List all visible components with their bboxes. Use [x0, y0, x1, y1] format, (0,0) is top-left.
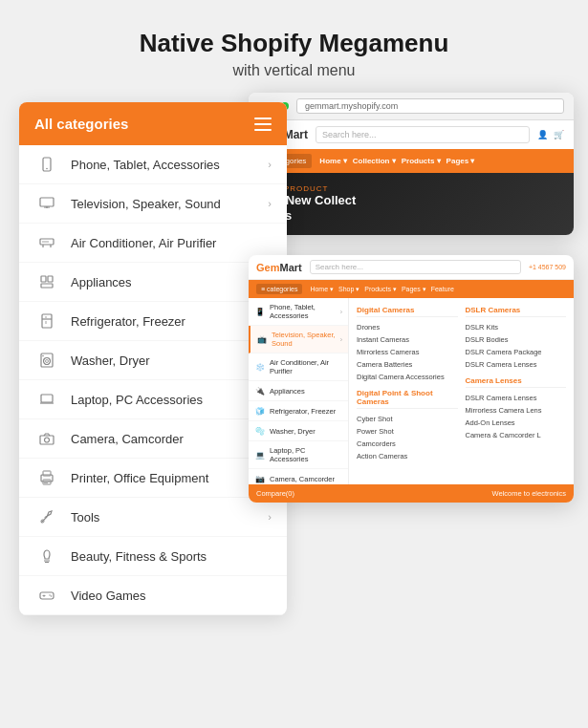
menu-item[interactable]: Printer, Office Equipment [19, 459, 287, 498]
dropdown-sidebar-item-ac[interactable]: ❄️ Air Conditioner, Air Purifier [249, 353, 348, 381]
col3-item-0[interactable]: DSLR Kits [466, 321, 567, 333]
page-title: Native Shopify Megamenu [140, 29, 449, 58]
svg-rect-12 [42, 314, 52, 328]
dropdown-col-2: DSLR Cameras DSLR Kits DSLR Bodies DSLR … [466, 306, 567, 477]
shop-nav: ≡ Categories Home ▾ Collection ▾ Product… [249, 149, 574, 173]
nav-collection[interactable]: Collection ▾ [353, 157, 396, 165]
dropdown-fridge-icon: 🧊 [254, 406, 266, 416]
ac-icon [34, 233, 59, 252]
menu-item[interactable]: Laptop, PC Accessories [19, 380, 287, 419]
col4-item-2[interactable]: Add-On Lenses [466, 417, 567, 429]
shop-icons: 👤 🛒 [537, 130, 564, 139]
menu-label-printer: Printer, Office Equipment [71, 471, 272, 485]
col4-item-0[interactable]: DSLR Camera Lenses [466, 392, 567, 404]
dropdown-sidebar-item-washer[interactable]: 🫧 Washer, Dryer [249, 421, 348, 441]
dropdown-sidebar-label-fridge: Refrigerator, Freezer [270, 407, 336, 416]
menu-label-camera: Camera, Camcorder [71, 432, 272, 446]
col1-item-2[interactable]: Mirrorless Cameras [357, 346, 458, 358]
col1-item-3[interactable]: Camera Batteries [357, 358, 458, 371]
col3-item-2[interactable]: DSLR Camera Package [466, 346, 567, 358]
col1-header: Digital Cameras [357, 306, 458, 317]
dropdown-nav-links: Home ▾ Shop ▾ Products ▾ Pages ▾ Feature [310, 286, 453, 293]
dropdown-sidebar-label-phone: Phone, Tablet, Accessories [270, 303, 337, 320]
dropdown-nav-pages[interactable]: Pages ▾ [402, 286, 426, 293]
dropdown-sidebar-label-camera: Camera, Camcorder [270, 475, 335, 483]
col2-item-3[interactable]: Action Cameras [357, 450, 458, 462]
col4-item-1[interactable]: Mirrorless Camera Lens [466, 404, 567, 417]
svg-point-19 [42, 355, 44, 357]
dropdown-sidebar-item-tv[interactable]: 📺 Television, Speaker, Sound › [249, 326, 348, 353]
dropdown-sidebar-label-ac: Air Conditioner, Air Purifier [270, 358, 342, 375]
svg-point-22 [45, 438, 50, 442]
svg-rect-11 [41, 284, 53, 288]
dropdown-phone-icon: 📱 [254, 307, 266, 316]
col4-header: Camera Lenses [466, 376, 567, 388]
dropdown-nav-feature[interactable]: Feature [431, 286, 454, 293]
col3-item-3[interactable]: DSLR Camera Lenses [466, 358, 567, 371]
col1-item-1[interactable]: Instant Cameras [357, 333, 458, 346]
svg-point-17 [44, 358, 51, 365]
col3-item-1[interactable]: DSLR Bodies [466, 333, 567, 346]
dropdown-browser-window: GemMart Search here... +1 4567 509 ≡ cat… [249, 255, 574, 503]
dropdown-bottom-bar: Compare(0) Welcome to electronics [249, 484, 574, 503]
user-icon: 👤 [537, 130, 548, 139]
laptop-icon [34, 390, 59, 409]
menu-item[interactable]: Television, Speaker, Sound › [19, 184, 287, 224]
menu-item[interactable]: Washer, Dryer [19, 341, 287, 380]
dropdown-ac-icon: ❄️ [254, 362, 266, 372]
col2-item-2[interactable]: Camcorders [357, 438, 458, 450]
printer-icon [34, 468, 59, 487]
svg-rect-10 [48, 276, 53, 282]
dropdown-main-content: Digital Cameras Drones Instant Cameras M… [349, 298, 574, 484]
dropdown-nav-products[interactable]: Products ▾ [364, 286, 397, 293]
svg-rect-20 [41, 395, 53, 402]
menu-item[interactable]: Phone, Tablet, Accessories › [19, 145, 287, 184]
dropdown-sidebar-item-camera[interactable]: 📷 Camera, Camcorder [249, 469, 348, 484]
nav-pages[interactable]: Pages ▾ [446, 157, 475, 165]
url-bar: gemmart.myshopify.com [296, 98, 564, 114]
dropdown-sidebar-arrow-phone: › [340, 309, 342, 315]
washer-icon [34, 351, 59, 370]
menu-item[interactable]: Camera, Camcorder [19, 419, 287, 459]
megamenu-panel: All categories Phone, Tablet, Accessorie… [19, 102, 287, 615]
menu-item[interactable]: Beauty, Fitness & Sports [19, 537, 287, 576]
page-subtitle: with vertical menu [232, 62, 355, 79]
dropdown-shop-header: GemMart Search here... +1 4567 509 [249, 255, 574, 280]
dropdown-sidebar-item-laptop[interactable]: 💻 Laptop, PC Accessories [249, 441, 348, 469]
dropdown-sidebar-label-washer: Washer, Dryer [270, 427, 316, 436]
menu-item[interactable]: Air Conditioner, Air Purifier [19, 224, 287, 263]
col2-item-0[interactable]: Cyber Shot [357, 413, 458, 425]
dropdown-nav-home[interactable]: Home ▾ [310, 286, 334, 293]
browser-bar: gemmart.myshopify.com [249, 93, 574, 120]
dropdown-sidebar-item-phone[interactable]: 📱 Phone, Tablet, Accessories › [249, 298, 348, 326]
dropdown-sidebar-item-fridge[interactable]: 🧊 Refrigerator, Freezer [249, 401, 348, 421]
shop-search[interactable]: Search here... [316, 126, 530, 143]
menu-item[interactable]: Refrigerator, Freezer [19, 302, 287, 341]
dropdown-sidebar-label-tv: Television, Speaker, Sound [272, 331, 337, 348]
dropdown-sidebar: 📱 Phone, Tablet, Accessories › 📺 Televis… [249, 298, 349, 484]
hamburger-icon[interactable] [254, 118, 272, 131]
nav-home[interactable]: Home ▾ [319, 157, 346, 165]
top-browser-window: gemmart.myshopify.com GemMart Search her… [249, 93, 574, 235]
menu-label-washer: Washer, Dryer [71, 353, 272, 368]
svg-point-1 [46, 168, 48, 170]
menu-item[interactable]: Appliances [19, 263, 287, 302]
menu-item[interactable]: Video Games [19, 576, 287, 615]
menu-item[interactable]: Tools › [19, 498, 287, 537]
col4-item-3[interactable]: Camera & Camcorder L [466, 429, 567, 441]
dropdown-phone: +1 4567 509 [529, 264, 566, 270]
dropdown-search[interactable]: Search here... [310, 260, 521, 274]
dropdown-logo-span: Mart [279, 262, 301, 273]
dropdown-nav-shop[interactable]: Shop ▾ [338, 286, 359, 293]
dropdown-sidebar-item-appliances[interactable]: 🔌 Appliances [249, 381, 348, 401]
menu-label-tools: Tools [71, 510, 268, 525]
col1-item-4[interactable]: Digital Camera Accessories [357, 371, 458, 383]
menu-label-laptop: Laptop, PC Accessories [71, 393, 272, 407]
col1-item-0[interactable]: Drones [357, 321, 458, 333]
nav-products[interactable]: Products ▾ [402, 157, 441, 165]
col2-item-1[interactable]: Power Shot [357, 425, 458, 438]
svg-rect-21 [40, 436, 54, 444]
dropdown-categories-btn[interactable]: ≡ categories [256, 284, 302, 294]
megamenu-header: All categories [19, 102, 287, 145]
dropdown-tv-icon: 📺 [256, 334, 268, 344]
